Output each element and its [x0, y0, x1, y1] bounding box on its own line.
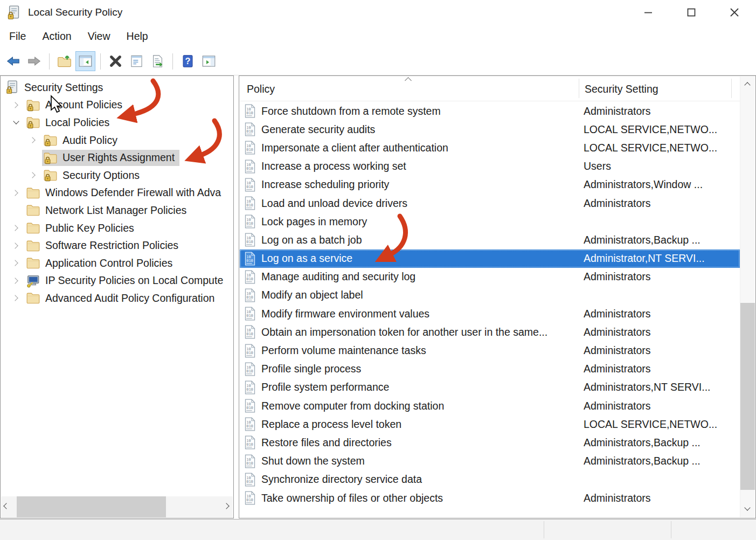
tree-expander[interactable]	[7, 237, 25, 254]
policy-row[interactable]: Increase a process working set Users	[240, 157, 740, 176]
vertical-scrollbar[interactable]	[740, 77, 755, 517]
tree-item[interactable]: Application Control Policies	[1, 254, 233, 272]
minimize-icon	[643, 8, 653, 17]
menu-item[interactable]: File	[1, 29, 34, 44]
tree-expander[interactable]	[7, 96, 25, 114]
scroll-left-icon[interactable]	[3, 503, 9, 509]
policy-row[interactable]: Impersonate a client after authenticatio…	[240, 139, 740, 157]
delete-button[interactable]	[106, 51, 126, 71]
policy-row[interactable]: Load and unload device drivers Administr…	[240, 194, 740, 212]
policy-row[interactable]: Profile system performance Administrator…	[240, 378, 740, 397]
tree-item-icon	[26, 291, 40, 305]
policy-row[interactable]: Force shutdown from a remote system Admi…	[240, 102, 740, 120]
tree-item[interactable]: Local Policies	[1, 114, 233, 131]
policy-row[interactable]: Perform volume maintenance tasks Adminis…	[240, 341, 740, 359]
policy-row[interactable]: Take ownership of files or other objects…	[240, 489, 740, 507]
menu-item[interactable]: View	[80, 29, 119, 44]
maximize-button[interactable]	[670, 0, 713, 25]
tree-item[interactable]: Network List Manager Policies	[1, 202, 233, 219]
tree-item[interactable]: Advanced Audit Policy Configuration	[1, 289, 233, 307]
policy-row[interactable]: Shut down the system Administrators,Back…	[240, 452, 740, 470]
show-action-pane-button[interactable]	[199, 51, 219, 71]
horizontal-scrollbar-thumb[interactable]	[17, 496, 166, 517]
chevron-icon	[12, 243, 18, 248]
column-divider[interactable]	[579, 79, 579, 98]
show-console-tree-button[interactable]	[75, 51, 95, 71]
back-button[interactable]	[3, 51, 23, 71]
tree-expander[interactable]	[24, 149, 42, 167]
policy-row[interactable]: Remove computer from docking station Adm…	[240, 397, 740, 415]
export-list-button[interactable]	[148, 51, 168, 71]
column-header-policy[interactable]: Policy	[247, 83, 275, 95]
forward-button[interactable]	[24, 51, 44, 71]
up-one-level-button[interactable]	[54, 51, 74, 71]
column-header-security-setting[interactable]: Security Setting	[585, 83, 658, 95]
policy-row[interactable]: Modify firmware environment values Admin…	[240, 304, 740, 323]
tree-expander[interactable]	[24, 131, 42, 149]
tree-expander[interactable]	[24, 167, 42, 184]
scroll-up-icon[interactable]	[744, 82, 750, 88]
tree-item-icon	[43, 151, 58, 165]
policy-row[interactable]: Manage auditing and security log Adminis…	[240, 268, 740, 286]
menu-item[interactable]: Action	[34, 29, 79, 44]
chevron-icon	[12, 190, 18, 196]
tree-node[interactable]: Local Policies	[25, 114, 114, 130]
help-button[interactable]: ?	[178, 51, 198, 71]
vertical-scrollbar-thumb[interactable]	[740, 303, 755, 490]
policy-document-icon	[244, 380, 256, 394]
tree-item-icon	[26, 98, 40, 112]
policy-security-setting: Administrators,Window ...	[584, 178, 703, 191]
scroll-right-icon[interactable]	[223, 503, 229, 509]
policy-row[interactable]: Synchronize directory service data	[240, 470, 740, 489]
tree-item-icon	[43, 133, 58, 147]
tree-item[interactable]: Public Key Policies	[1, 219, 233, 237]
tree-expander[interactable]	[7, 184, 25, 202]
policy-row[interactable]: Generate security audits LOCAL SERVICE,N…	[240, 120, 740, 139]
policy-row[interactable]: Log on as a batch job Administrators,Bac…	[240, 231, 740, 249]
tree-item[interactable]: User Rights Assignment	[1, 149, 233, 167]
tree-node[interactable]: Network List Manager Policies	[25, 202, 191, 218]
policy-row[interactable]: Profile single process Administrators	[240, 360, 740, 378]
tree-node[interactable]: User Rights Assignment	[42, 150, 179, 166]
policy-row[interactable]: Lock pages in memory	[240, 212, 740, 231]
tree-node[interactable]: Advanced Audit Policy Configuration	[25, 290, 219, 306]
tree-item[interactable]: Software Restriction Policies	[1, 237, 233, 254]
policy-row[interactable]: Increase scheduling priority Administrat…	[240, 176, 740, 194]
tree-expander[interactable]	[7, 254, 25, 272]
policy-row[interactable]: Restore files and directories Administra…	[240, 433, 740, 452]
policy-name: Modify firmware environment values	[261, 308, 584, 320]
menu-item[interactable]: Help	[119, 29, 156, 44]
policy-row[interactable]: Modify an object label	[240, 286, 740, 304]
tree-item[interactable]: Account Policies	[1, 96, 233, 114]
policy-row[interactable]: Obtain an impersonation token for anothe…	[240, 323, 740, 341]
tree-item[interactable]: IP Security Policies on Local Compute	[1, 272, 233, 290]
horizontal-scrollbar[interactable]	[1, 496, 233, 517]
policy-row[interactable]: Log on as a service Administrator,NT SER…	[240, 250, 740, 268]
minimize-button[interactable]	[627, 0, 670, 25]
tree-item[interactable]: Audit Policy	[1, 131, 233, 149]
policy-row[interactable]: Replace a process level token LOCAL SERV…	[240, 415, 740, 433]
tree-node[interactable]: Account Policies	[25, 97, 127, 113]
tree-item[interactable]: Windows Defender Firewall with Adva	[1, 184, 233, 202]
tree-node[interactable]: Security Settings	[4, 79, 108, 95]
column-divider[interactable]	[731, 79, 732, 98]
tree-expander[interactable]	[7, 272, 25, 290]
tree-expander[interactable]	[7, 289, 25, 307]
tree-node[interactable]: Public Key Policies	[25, 220, 139, 236]
tree-node[interactable]: Security Options	[42, 167, 144, 183]
app-document-lock-icon	[6, 5, 21, 20]
tree-expander[interactable]	[7, 202, 25, 219]
tree-node[interactable]: Windows Defender Firewall with Adva	[25, 185, 226, 201]
scroll-down-icon[interactable]	[744, 504, 750, 510]
properties-button[interactable]	[127, 51, 147, 71]
tree-node[interactable]: Software Restriction Policies	[25, 238, 183, 254]
tree-expander[interactable]	[7, 114, 25, 131]
menu-bar: FileActionViewHelp	[0, 25, 756, 47]
tree-item[interactable]: Security Options	[1, 167, 233, 184]
close-button[interactable]	[713, 0, 756, 25]
tree-expander[interactable]	[7, 219, 25, 237]
tree-node[interactable]: Application Control Policies	[25, 255, 177, 271]
tree-item[interactable]: Security Settings	[1, 79, 233, 96]
tree-node[interactable]: IP Security Policies on Local Compute	[25, 273, 228, 289]
tree-node[interactable]: Audit Policy	[42, 132, 122, 148]
